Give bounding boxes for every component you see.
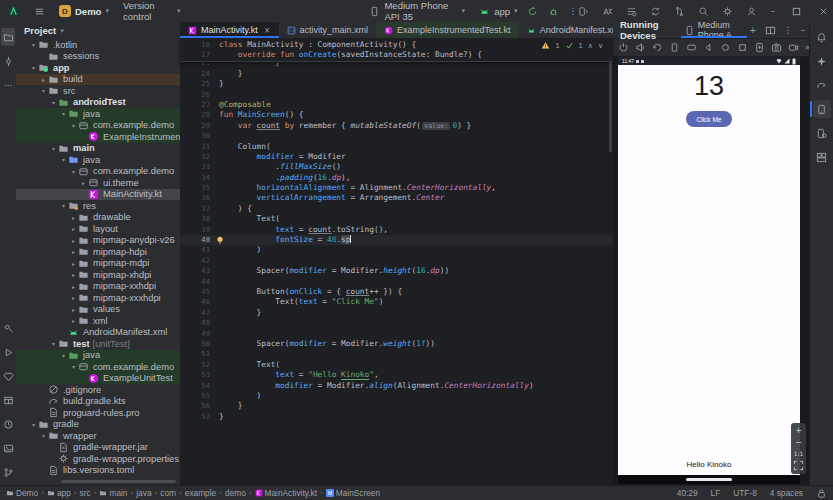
code-line-27[interactable]: 27@Composable: [180, 100, 613, 110]
tab-mainactivity-kt[interactable]: MainActivity.kt×: [180, 22, 279, 38]
tool-stripe-package2[interactable]: [1, 391, 15, 409]
emulator-screen[interactable]: 11:47 13 Click Me Hello Kinoko: [618, 57, 800, 484]
code-line-29[interactable]: 29 var count by remember { mutableStateO…: [180, 121, 613, 131]
close-icon[interactable]: [818, 6, 829, 17]
code-line-46[interactable]: 46 Text(text = "Click Me"): [180, 297, 613, 307]
tree-item-com-example-demo[interactable]: ▾com.example.demo: [16, 166, 180, 178]
minimize-icon[interactable]: –: [771, 6, 776, 16]
project-view-header[interactable]: Project ▾: [16, 22, 180, 39]
main-menu-button[interactable]: [27, 0, 52, 22]
tree-item-test[interactable]: ▾test [unitTest]: [16, 338, 180, 350]
tab-activity-main-xml[interactable]: activity_main.xml: [279, 22, 377, 38]
tool-stripe-gem[interactable]: [1, 367, 15, 385]
tool-stripe-build-hammer[interactable]: [1, 319, 15, 337]
next-problem-icon[interactable]: ∨: [598, 42, 603, 50]
close-icon[interactable]: ×: [264, 26, 271, 35]
code-line-56[interactable]: 56 }: [180, 401, 613, 411]
code-line-44[interactable]: 44: [180, 277, 613, 287]
tree-item-gradle[interactable]: ▾gradle: [16, 419, 180, 431]
code-line-45[interactable]: 45 Button(onClick = { count++ }) {: [180, 287, 613, 297]
code-line-40[interactable]: 40 fontSize = 48.sp: [180, 235, 613, 245]
code-line-35[interactable]: 35 horizontalAlignment = Alignment.Cente…: [180, 183, 613, 193]
code-line-34[interactable]: 34 .padding(16.dp),: [180, 173, 613, 183]
tree-item-gradle-wrapper-jar[interactable]: gradle-wrapper.jar: [16, 442, 180, 454]
breadcrumb-item[interactable]: java: [136, 488, 151, 498]
device-selector[interactable]: Medium Phone API 35 ▾: [362, 0, 472, 22]
code-editor[interactable]: 1 1 ∧ ∨ 16class MainActivity : Component…: [180, 38, 613, 485]
code-line-37[interactable]: 37 ) {: [180, 204, 613, 214]
breadcrumb-item[interactable]: main: [99, 488, 127, 498]
code-line-28[interactable]: 28fun MainScreen() {: [180, 110, 613, 120]
tool-stripe-sparkle[interactable]: [813, 52, 831, 70]
breadcrumb-item[interactable]: app: [47, 488, 71, 498]
caret-position[interactable]: 40:29: [677, 488, 698, 498]
video-icon[interactable]: [788, 42, 799, 53]
plus-icon[interactable]: +: [749, 25, 757, 35]
code-line-51[interactable]: 51: [180, 349, 613, 359]
rotate-left-icon[interactable]: [652, 42, 663, 53]
screenshot-icon[interactable]: [754, 42, 765, 53]
tree-item-com-example-demo[interactable]: ▾com.example.demo: [16, 120, 180, 132]
code-line-25[interactable]: 25}: [180, 79, 613, 89]
project-widget[interactable]: D Demo ▾: [52, 0, 116, 22]
tool-stripe-running-devices-phone[interactable]: [813, 100, 831, 118]
code-line-31[interactable]: 31 Column(: [180, 142, 613, 152]
minimize-icon[interactable]: –: [801, 25, 806, 35]
tree-item-exampleunittest[interactable]: ExampleUnitTest: [16, 373, 180, 385]
tool-stripe-gradle-elephant[interactable]: [813, 76, 831, 94]
code-line-48[interactable]: 48: [180, 318, 613, 328]
debug-icon[interactable]: [548, 6, 559, 17]
tool-stripe-more-h[interactable]: ⋯: [1, 76, 15, 94]
code-line-24[interactable]: 24 }: [180, 69, 613, 79]
tree-item-libs-versions-toml[interactable]: libs.versions.toml: [16, 465, 180, 477]
code-line-32[interactable]: 32 modifier = Modifier: [180, 152, 613, 162]
tree-item-mipmap-xxxhdpi[interactable]: ▸mipmap-xxxhdpi: [16, 292, 180, 304]
code-line-41[interactable]: 41 ): [180, 245, 613, 255]
zoom-in-button[interactable]: +: [795, 426, 802, 435]
zoom-fit-icon[interactable]: [793, 460, 804, 471]
camera-icon[interactable]: [771, 42, 782, 53]
tree-item-gradle-wrapper-properties[interactable]: gradle-wrapper.properties: [16, 453, 180, 465]
breadcrumb-item[interactable]: MainActivity.kt: [255, 488, 317, 498]
tree-item-sessions[interactable]: sessions: [16, 51, 180, 63]
lock-icon[interactable]: [816, 488, 827, 499]
horizontal-scrollbar[interactable]: [61, 480, 176, 483]
home-icon[interactable]: [720, 42, 731, 53]
pull-request-icon[interactable]: [674, 6, 685, 17]
back-icon[interactable]: [703, 42, 714, 53]
tree-item-com-example-demo[interactable]: ▾com.example.demo: [16, 361, 180, 373]
tree-item-src[interactable]: ▾src: [16, 85, 180, 97]
code-line-49[interactable]: 49: [180, 329, 613, 339]
translate-icon[interactable]: [602, 6, 613, 17]
tool-stripe-bell[interactable]: [813, 28, 831, 46]
tab-exampleinstrumentedtest-kt[interactable]: ExampleInstrumentedTest.kt: [376, 22, 519, 38]
code-line-50[interactable]: 50 Spacer(modifier = Modifier.weight(1f)…: [180, 339, 613, 349]
click-me-button[interactable]: Click Me: [686, 111, 732, 127]
tree-item-build-gradle-kts[interactable]: build.gradle.kts: [16, 396, 180, 408]
tool-stripe-project-folder[interactable]: [1, 28, 15, 46]
tool-stripe-commit[interactable]: [1, 52, 15, 70]
breadcrumb-item[interactable]: example: [185, 488, 216, 498]
vcs-widget[interactable]: Version control ▾: [116, 0, 188, 22]
tree-item-xml[interactable]: ▸xml: [16, 315, 180, 327]
code-line-38[interactable]: 38 Text(: [180, 214, 613, 224]
build-list-icon[interactable]: [626, 6, 637, 17]
tree-item-mipmap-hdpi[interactable]: ▸mipmap-hdpi: [16, 246, 180, 258]
overview-icon[interactable]: [737, 42, 748, 53]
tree-item-ui-theme[interactable]: ▸ui.theme: [16, 177, 180, 189]
tool-stripe-device-manager[interactable]: [813, 124, 831, 142]
code-line-52[interactable]: 52 Text(: [180, 360, 613, 370]
breadcrumb-item[interactable]: demo: [225, 488, 246, 498]
code-line-39[interactable]: 39 text = count.toString(),: [180, 225, 613, 235]
tree-item-drawable[interactable]: ▸drawable: [16, 212, 180, 224]
rerun-icon[interactable]: [527, 6, 538, 17]
code-line-42[interactable]: 42: [180, 256, 613, 266]
code-line-26[interactable]: 26: [180, 90, 613, 100]
settings-gear-icon[interactable]: [722, 6, 733, 17]
device-mirror-icon[interactable]: [578, 6, 589, 17]
tree-item-androidmanifest-xml[interactable]: AndroidManifest.xml: [16, 327, 180, 339]
code-line-57[interactable]: 57}: [180, 412, 613, 422]
tree-item-androidtest[interactable]: ▾androidTest: [16, 97, 180, 109]
code-line-55[interactable]: 55 ): [180, 391, 613, 401]
split-columns-icon[interactable]: [765, 25, 776, 36]
